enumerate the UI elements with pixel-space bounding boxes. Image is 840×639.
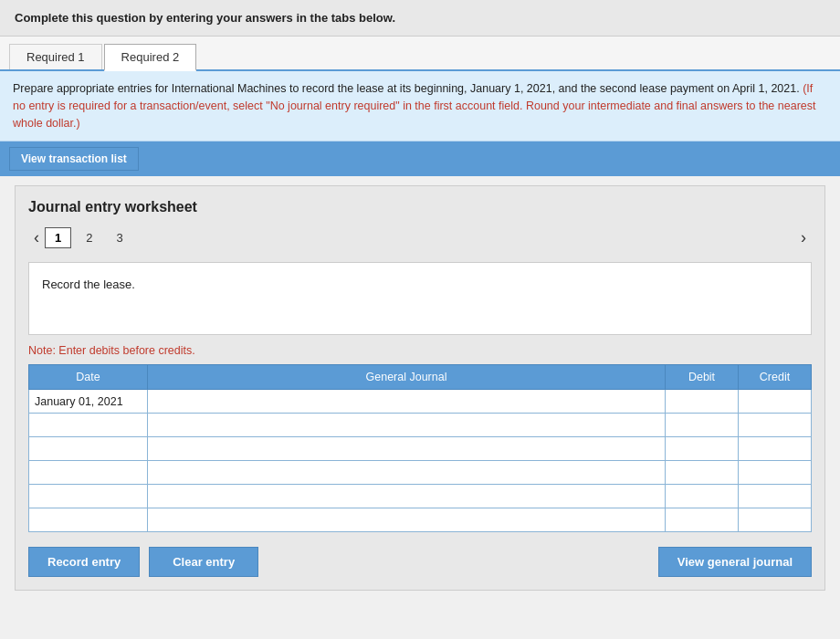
table-row (29, 485, 812, 508)
credit-input-4[interactable] (739, 461, 811, 484)
date-cell-2[interactable] (29, 414, 148, 437)
credit-cell-6[interactable] (739, 508, 812, 532)
credit-cell-5[interactable] (739, 485, 812, 508)
record-label-box: Record the lease. (28, 262, 812, 335)
date-cell-3[interactable] (29, 437, 148, 461)
record-label-text: Record the lease. (42, 278, 135, 291)
credit-input-1[interactable] (739, 390, 811, 413)
date-input-3[interactable] (29, 437, 147, 460)
date-value-1: January 01, 2021 (29, 393, 129, 411)
journal-input-3[interactable] (148, 437, 665, 460)
worksheet-container: Journal entry worksheet ‹ 1 2 3 › Record… (15, 185, 825, 591)
journal-cell-2[interactable] (148, 414, 666, 437)
credit-input-5[interactable] (739, 485, 811, 508)
journal-cell-1[interactable] (148, 390, 666, 414)
debit-cell-1[interactable] (666, 390, 739, 414)
debit-input-2[interactable] (666, 414, 738, 436)
next-entry-button[interactable]: › (795, 226, 812, 249)
action-buttons: Record entry Clear entry View general jo… (28, 547, 812, 577)
debit-cell-6[interactable] (666, 508, 739, 532)
prev-entry-button[interactable]: ‹ (28, 226, 45, 249)
date-input-4[interactable] (29, 461, 147, 484)
debit-input-4[interactable] (666, 461, 738, 484)
col-header-debit: Debit (666, 365, 739, 390)
view-transaction-button[interactable]: View transaction list (9, 147, 139, 171)
view-transaction-bar: View transaction list (0, 141, 840, 176)
tab-bar: Required 1 Required 2 (0, 37, 840, 71)
debit-cell-3[interactable] (666, 437, 739, 461)
table-row (29, 461, 812, 485)
date-cell-1: January 01, 2021 (29, 390, 148, 414)
date-input-2[interactable] (29, 414, 147, 436)
debit-cell-5[interactable] (666, 485, 739, 508)
clear-entry-button[interactable]: Clear entry (149, 547, 258, 577)
date-cell-5[interactable] (29, 485, 148, 508)
tab-required-2[interactable]: Required 2 (104, 44, 197, 71)
top-instruction: Complete this question by entering your … (0, 0, 840, 37)
credit-input-6[interactable] (739, 508, 811, 531)
worksheet-title: Journal entry worksheet (28, 199, 812, 215)
journal-input-5[interactable] (148, 485, 665, 508)
debit-input-1[interactable] (666, 390, 738, 413)
date-input-5[interactable] (29, 485, 147, 508)
col-header-credit: Credit (739, 365, 812, 390)
view-general-journal-button[interactable]: View general journal (658, 547, 812, 577)
journal-input-6[interactable] (148, 508, 665, 531)
instruction-main-text: Prepare appropriate entries for Internat… (13, 82, 800, 95)
credit-input-3[interactable] (739, 437, 811, 460)
journal-input-1[interactable] (148, 390, 665, 413)
date-cell-4[interactable] (29, 461, 148, 485)
main-content: Journal entry worksheet ‹ 1 2 3 › Record… (0, 176, 840, 605)
entry-nav: ‹ 1 2 3 › (28, 226, 812, 249)
credit-cell-4[interactable] (739, 461, 812, 485)
entry-2-tab[interactable]: 2 (77, 228, 101, 247)
date-input-6[interactable] (29, 508, 147, 531)
instruction-box: Prepare appropriate entries for Internat… (0, 71, 840, 141)
table-row (29, 437, 812, 461)
credit-input-2[interactable] (739, 414, 811, 436)
debit-cell-2[interactable] (666, 414, 739, 437)
journal-input-4[interactable] (148, 461, 665, 484)
date-cell-6[interactable] (29, 508, 148, 532)
credit-cell-3[interactable] (739, 437, 812, 461)
entry-3-tab[interactable]: 3 (107, 228, 131, 247)
col-header-journal: General Journal (148, 365, 666, 390)
debit-cell-4[interactable] (666, 461, 739, 485)
journal-cell-4[interactable] (148, 461, 666, 485)
debit-input-5[interactable] (666, 485, 738, 508)
tab-required-1[interactable]: Required 1 (9, 44, 102, 69)
table-row (29, 414, 812, 437)
credit-cell-1[interactable] (739, 390, 812, 414)
table-row: January 01, 2021 (29, 390, 812, 414)
journal-table: Date General Journal Debit Credit Januar… (28, 364, 812, 532)
journal-input-2[interactable] (148, 414, 665, 436)
col-header-date: Date (29, 365, 148, 390)
journal-cell-3[interactable] (148, 437, 666, 461)
debit-input-6[interactable] (666, 508, 738, 531)
journal-cell-6[interactable] (148, 508, 666, 532)
debit-input-3[interactable] (666, 437, 738, 460)
journal-cell-5[interactable] (148, 485, 666, 508)
entry-1-tab[interactable]: 1 (45, 227, 71, 248)
credit-cell-2[interactable] (739, 414, 812, 437)
record-entry-button[interactable]: Record entry (28, 547, 140, 577)
note-text: Note: Enter debits before credits. (28, 344, 812, 357)
table-row (29, 508, 812, 532)
